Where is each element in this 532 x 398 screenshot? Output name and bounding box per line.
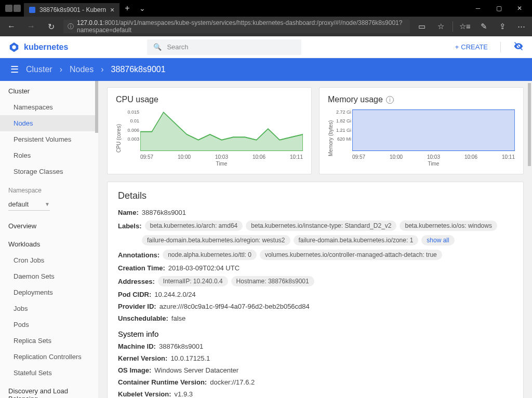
sidebar-section-cluster[interactable]: Cluster <box>0 81 98 99</box>
sidebar-item-stateful-sets[interactable]: Stateful Sets <box>0 365 98 381</box>
favorite-icon[interactable]: ☆ <box>434 20 447 33</box>
sidebar-item-jobs[interactable]: Jobs <box>0 300 98 317</box>
minimize-button[interactable]: ─ <box>468 1 488 16</box>
podcidr-label: Pod CIDR: <box>118 291 151 298</box>
label-chip: failure-domain.beta.kubernetes.io/region… <box>142 235 290 245</box>
sidebar-section-discovery[interactable]: Discovery and Load Balancing <box>0 381 98 398</box>
close-window-button[interactable]: ✕ <box>509 1 530 16</box>
cpu-ylabel: CPU (cores) <box>116 109 122 167</box>
annotations-label: Annotations: <box>118 251 159 259</box>
url-bar[interactable]: ⓘ 127.0.0.1:8001/api/v1/namespaces/kube-… <box>63 20 410 33</box>
provider-value: azure:///8c0c9a1c-9f94-4a07-96d2-beb2b05… <box>159 303 310 310</box>
notes-icon[interactable]: ✎ <box>477 20 490 33</box>
kubernetes-logo[interactable]: kubernetes <box>8 42 68 53</box>
details-panel: Details Name: 38876k8s9001 Labels: beta.… <box>107 182 524 398</box>
close-tab-icon[interactable]: × <box>110 6 114 14</box>
create-button[interactable]: + CREATE <box>455 43 488 51</box>
create-label: CREATE <box>461 43 488 51</box>
namespace-value: default <box>8 200 29 208</box>
tab-favicon <box>29 7 35 13</box>
memory-usage-panel: Memory usage i Memory (bytes) 2.72 Gi 1.… <box>319 87 524 174</box>
memory-xticks: 09:57 10:00 10:03 10:06 10:11 <box>352 153 515 161</box>
creation-label: Creation Time: <box>118 264 165 272</box>
favorites-bar-icon[interactable]: ☆≡ <box>458 20 472 33</box>
sidebar-item-pods[interactable]: Pods <box>0 317 98 333</box>
content-area: CPU usage CPU (cores) 0.015 0.01 0.006 0… <box>99 81 532 398</box>
breadcrumb: ☰ Cluster › Nodes › 38876k8s9001 <box>0 58 532 81</box>
reading-view-icon[interactable]: ▭ <box>415 20 429 33</box>
visibility-off-icon[interactable] <box>513 41 524 53</box>
sidebar-item-deployments[interactable]: Deployments <box>0 284 98 300</box>
sidebar-item-replication-controllers[interactable]: Replication Controllers <box>0 349 98 365</box>
label-chip: beta.kubernetes.io/arch: amd64 <box>145 221 243 231</box>
details-title: Details <box>118 190 513 201</box>
unsched-value: false <box>171 314 185 322</box>
cpu-xlabel: Time <box>140 161 303 167</box>
chevron-right-icon: › <box>101 65 103 74</box>
memory-xlabel: Time <box>352 161 515 167</box>
scrollbar-thumb[interactable] <box>528 83 531 166</box>
namespace-select[interactable]: default ▼ <box>8 198 50 211</box>
svg-point-1 <box>12 45 16 49</box>
share-icon[interactable]: ⇪ <box>496 20 509 33</box>
sidebar: Cluster Namespaces Nodes Persistent Volu… <box>0 81 99 398</box>
memory-chart <box>352 109 515 151</box>
kubelet-label: Kubelet Version: <box>118 390 171 398</box>
page-icon <box>14 5 21 12</box>
chevron-down-icon: ▼ <box>45 201 50 207</box>
cpu-usage-panel: CPU usage CPU (cores) 0.015 0.01 0.006 0… <box>107 87 312 174</box>
search-placeholder: Search <box>167 43 188 51</box>
name-label: Name: <box>118 209 139 216</box>
menu-icon[interactable]: ☰ <box>10 64 19 75</box>
sidebar-item-roles[interactable]: Roles <box>0 147 98 163</box>
info-icon[interactable]: i <box>386 96 394 104</box>
settings-icon[interactable]: ⋯ <box>514 20 528 33</box>
forward-button[interactable]: → <box>24 19 38 34</box>
show-all-link[interactable]: show all <box>421 235 454 245</box>
sidebar-item-replica-sets[interactable]: Replica Sets <box>0 333 98 349</box>
memory-ylabel: Memory (bytes) <box>328 109 334 167</box>
label-chip: beta.kubernetes.io/instance-type: Standa… <box>246 221 396 231</box>
unsched-label: Unschedulable: <box>118 314 168 322</box>
plus-icon: + <box>455 43 459 51</box>
memory-panel-title: Memory usage <box>328 95 383 104</box>
annotation-chip: volumes.kubernetes.io/controller-managed… <box>260 250 442 260</box>
browser-tab-bar: 38876k8s9001 - Kubern × + ⌄ ─ ▢ ✕ <box>0 0 532 17</box>
namespace-label: Namespace <box>0 180 98 196</box>
runtime-label: Container Runtime Version: <box>118 378 207 386</box>
scrollbar-thumb[interactable] <box>95 81 98 133</box>
runtime-value: docker://17.6.2 <box>210 378 255 386</box>
cpu-chart <box>140 109 303 151</box>
labels-label: Labels: <box>118 222 142 230</box>
sidebar-item-storage-classes[interactable]: Storage Classes <box>0 163 98 180</box>
back-button[interactable]: ← <box>4 19 19 34</box>
app-header: kubernetes 🔍 Search + CREATE <box>0 36 532 58</box>
brand-label: kubernetes <box>24 43 68 52</box>
browser-tab[interactable]: 38876k8s9001 - Kubern × <box>24 3 119 17</box>
sidebar-item-namespaces[interactable]: Namespaces <box>0 99 98 115</box>
addresses-label: Addresses: <box>118 278 155 285</box>
tab-actions-icon[interactable]: ⌄ <box>135 4 150 12</box>
sidebar-item-persistent-volumes[interactable]: Persistent Volumes <box>0 131 98 147</box>
osimage-label: OS Image: <box>118 366 151 374</box>
address-chip: Hostname: 38876k8s9001 <box>231 276 314 286</box>
refresh-button[interactable]: ↻ <box>44 19 58 34</box>
breadcrumb-current: 38876k8s9001 <box>111 65 166 74</box>
breadcrumb-cluster[interactable]: Cluster <box>26 65 52 74</box>
edge-icon <box>5 5 12 12</box>
maximize-button[interactable]: ▢ <box>488 1 509 16</box>
search-icon: 🔍 <box>153 43 162 51</box>
sidebar-item-cron-jobs[interactable]: Cron Jobs <box>0 252 98 268</box>
breadcrumb-nodes[interactable]: Nodes <box>70 65 94 74</box>
sidebar-item-nodes[interactable]: Nodes <box>0 115 98 131</box>
new-tab-button[interactable]: + <box>119 4 135 13</box>
label-chip: failure-domain.beta.kubernetes.io/zone: … <box>294 235 419 245</box>
label-chip: beta.kubernetes.io/os: windows <box>400 221 497 231</box>
sidebar-section-overview[interactable]: Overview <box>0 216 98 234</box>
sidebar-section-workloads[interactable]: Workloads <box>0 234 98 252</box>
url-path: :8001/api/v1/namespaces/kube-system/serv… <box>77 19 402 34</box>
kernel-label: Kernel Version: <box>118 354 167 362</box>
info-icon: ⓘ <box>68 22 74 31</box>
search-input[interactable]: 🔍 Search <box>147 39 301 55</box>
sidebar-item-daemon-sets[interactable]: Daemon Sets <box>0 268 98 284</box>
